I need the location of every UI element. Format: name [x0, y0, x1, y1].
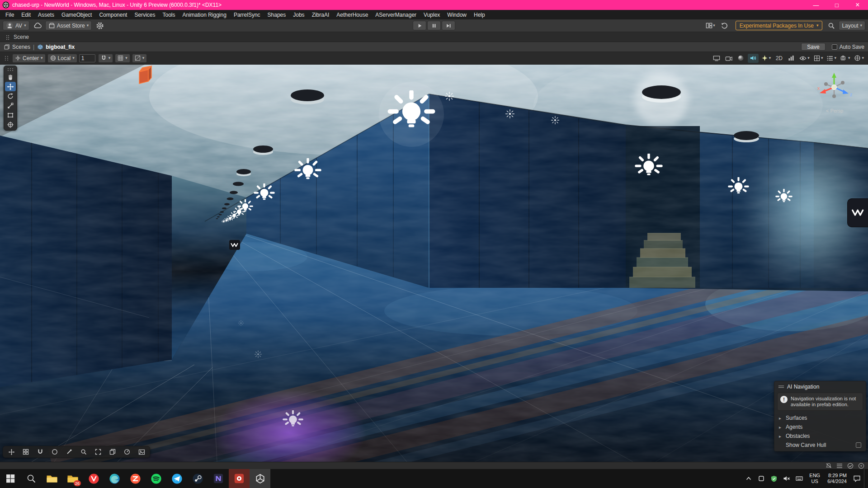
taskbar-file-explorer[interactable] [42, 469, 62, 488]
scene-lighting-toggle[interactable] [736, 54, 746, 63]
grid-plane-dropdown[interactable]: ▾ [132, 54, 147, 63]
menu-edit[interactable]: Edit [18, 10, 34, 19]
gizmos-dropdown[interactable]: ▾ [853, 54, 865, 63]
rect-tool[interactable] [5, 110, 16, 120]
taskbar-zen-browser[interactable] [125, 469, 146, 488]
progress-spinner-icon[interactable] [858, 463, 864, 469]
light-gizmo[interactable] [283, 411, 302, 426]
grid-size-input[interactable] [79, 54, 95, 62]
step-button[interactable] [442, 21, 455, 30]
menu-aservermanager[interactable]: AServerManager [372, 10, 420, 19]
camera-settings-dropdown[interactable]: ▾ [839, 54, 852, 63]
taskbar-spotify[interactable] [146, 469, 166, 488]
light-gizmo[interactable] [227, 215, 233, 221]
light-gizmo-small[interactable] [445, 92, 454, 101]
taskbar-clock[interactable]: 8:29 PM 6/4/2024 [825, 469, 849, 488]
ceiling-lamp[interactable] [253, 145, 273, 155]
light-gizmo[interactable] [234, 207, 244, 216]
light-gizmo[interactable] [230, 212, 238, 219]
services-settings-button[interactable] [94, 21, 106, 30]
taskbar-app-n[interactable] [208, 469, 229, 488]
menu-shapes[interactable]: Shapes [264, 10, 290, 19]
transform-tool[interactable] [5, 120, 16, 129]
compass-icon[interactable] [120, 447, 134, 456]
ainav-obstacles-foldout[interactable]: ▸ Obstacles [774, 432, 866, 441]
mute-notifications-icon[interactable] [826, 463, 832, 469]
scene-viewport[interactable]: x z < Persp AI Navigation ! Navigation v… [0, 65, 868, 462]
projection-label[interactable]: < Persp [809, 108, 860, 113]
zoom-icon[interactable] [77, 447, 90, 456]
console-log-icon[interactable] [836, 463, 843, 469]
prefab-save-button[interactable]: Save [801, 43, 825, 51]
mode-2d-toggle[interactable]: 2D [774, 54, 784, 63]
light-gizmo[interactable] [729, 178, 748, 193]
ceiling-lamp[interactable] [291, 89, 324, 104]
layout-grid-icon[interactable] [19, 447, 33, 456]
language-indicator[interactable]: ENGUS [807, 469, 823, 488]
scene-effects-dropdown[interactable]: ▾ [760, 54, 773, 63]
light-gizmo-small[interactable] [255, 351, 261, 357]
menu-aetherhouse[interactable]: AetherHouse [333, 10, 372, 19]
start-button[interactable] [0, 469, 21, 488]
light-gizmo[interactable] [238, 200, 253, 211]
capture-icon[interactable] [135, 447, 148, 456]
menu-help[interactable]: Help [470, 10, 489, 19]
light-gizmo-small[interactable] [238, 320, 244, 326]
taskbar-folder-app[interactable]: 26 [62, 469, 83, 488]
taskbar-search-button[interactable] [21, 469, 42, 488]
scene-orientation-gizmo[interactable]: x z [814, 69, 855, 111]
ai-navigation-panel[interactable]: AI Navigation ! Navigation visualization… [774, 381, 866, 451]
menu-file[interactable]: File [2, 10, 18, 19]
tray-security-shield-icon[interactable] [769, 469, 779, 488]
account-button[interactable]: AV▾ [3, 21, 29, 30]
scale-tool[interactable] [5, 101, 16, 110]
tab-scene[interactable]: Scene [14, 34, 29, 40]
carve-hull-checkbox[interactable] [856, 442, 861, 448]
fullscreen-icon[interactable] [91, 447, 105, 456]
status-check-icon[interactable] [847, 463, 854, 469]
action-center-button[interactable] [851, 469, 862, 488]
menu-assets[interactable]: Assets [34, 10, 58, 19]
ceiling-lamp[interactable] [236, 169, 251, 176]
menu-component[interactable]: Component [95, 10, 131, 19]
light-gizmo[interactable] [776, 189, 792, 202]
scene-marker-icon[interactable] [229, 240, 240, 250]
menu-window[interactable]: Window [443, 10, 470, 19]
menu-jobs[interactable]: Jobs [289, 10, 308, 19]
snap-icon[interactable] [33, 447, 47, 456]
experimental-packages-dropdown[interactable]: Experimental Packages In Use▾ [736, 21, 823, 30]
tray-expand-chevron[interactable] [743, 469, 754, 488]
pivot-mode-dropdown[interactable]: Center▾ [12, 54, 46, 63]
history-button[interactable] [719, 21, 730, 30]
layout-dropdown[interactable]: Layout▾ [839, 21, 865, 30]
ceiling-lamp[interactable] [734, 131, 759, 142]
minimize-button[interactable]: — [806, 0, 826, 10]
cloud-button[interactable] [32, 21, 43, 30]
close-button[interactable]: × [847, 0, 868, 10]
light-gizmo[interactable] [296, 159, 320, 179]
duplicate-icon[interactable] [106, 447, 119, 456]
move-tool[interactable] [5, 82, 16, 91]
tray-volume-muted-icon[interactable] [781, 469, 792, 488]
overlay-grid-dropdown[interactable]: ▾ [812, 54, 825, 63]
handle-orientation-dropdown[interactable]: Local▾ [47, 54, 77, 63]
taskbar-steam[interactable] [187, 469, 208, 488]
collapsed-overlay-tab[interactable] [847, 198, 868, 227]
light-gizmo[interactable] [222, 220, 225, 223]
asset-store-button[interactable]: Asset Store▾ [45, 21, 92, 30]
show-desktop-button[interactable] [864, 469, 867, 488]
light-gizmo[interactable] [636, 155, 661, 175]
taskbar-edge-browser[interactable] [104, 469, 125, 488]
scene-camera-icon[interactable] [723, 54, 734, 63]
ceiling-lamp[interactable] [642, 85, 681, 103]
taskbar-app-red-active[interactable] [229, 469, 250, 488]
pan-view-icon[interactable] [5, 447, 18, 456]
menu-tools[interactable]: Tools [159, 10, 179, 19]
dome-icon[interactable] [48, 447, 61, 456]
view-hand-tool[interactable] [5, 72, 16, 82]
auto-save-checkbox[interactable] [832, 44, 837, 50]
overlay-list-dropdown[interactable]: ▾ [826, 54, 838, 63]
paint-icon[interactable] [62, 447, 76, 456]
frame-debugger-icon[interactable] [711, 54, 722, 63]
light-gizmo[interactable] [255, 184, 274, 200]
